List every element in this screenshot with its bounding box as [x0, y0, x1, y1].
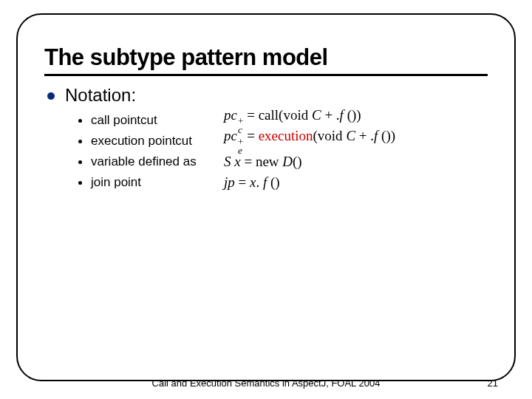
rhs: (void: [313, 128, 347, 143]
item-formula: jp = x. f (): [224, 174, 280, 191]
op-name: call: [259, 107, 279, 123]
section-label: Notation:: [65, 85, 136, 106]
sym-base: pc: [224, 128, 237, 143]
section-notation: Notation:: [47, 85, 488, 106]
slide-footer: Call and Execution Semantics in AspectJ,…: [0, 378, 532, 389]
jp-mid: =: [235, 174, 250, 190]
var-mid: = new: [241, 154, 283, 169]
dot-icon: [78, 160, 82, 164]
dot-icon: [78, 140, 82, 143]
item-label: execution pointcut: [91, 134, 224, 149]
bullet-icon: [47, 92, 55, 100]
slide-title: The subtype pattern model: [44, 44, 488, 76]
rhs-i: C: [346, 128, 355, 143]
list-item: join point jp = x. f (): [78, 172, 488, 193]
page-number: 21: [488, 378, 498, 389]
dot-icon: [78, 181, 82, 185]
rhs3: ()): [344, 107, 361, 123]
supsub: +e: [238, 137, 244, 155]
rhs-i: C: [312, 107, 321, 123]
item-label: call pointcut: [91, 113, 224, 128]
jp-lhs: jp: [224, 174, 235, 190]
jp-tail: (): [267, 174, 279, 190]
jp-dot: .: [256, 174, 263, 190]
var-lhs: S x: [224, 154, 241, 169]
op-name: execution: [259, 128, 313, 143]
item-label: join point: [91, 175, 224, 190]
var-rhs: D: [282, 154, 293, 169]
var-tail: (): [293, 154, 302, 169]
list-item: variable defined as S x = new D(): [78, 151, 488, 172]
rhs: (void: [279, 107, 312, 123]
sym-base: pc: [224, 107, 237, 123]
slide-frame: The subtype pattern model Notation: call…: [16, 13, 516, 381]
rhs2: + .: [355, 128, 374, 143]
item-formula: pc+e = execution(void C + .f ()): [224, 128, 395, 155]
rhs3: ()): [378, 128, 395, 143]
item-label: variable defined as: [91, 154, 224, 169]
list-item: execution pointcut pc+e = execution(void…: [78, 131, 488, 151]
notation-list: call pointcut pc+c = call(void C + .f ()…: [78, 110, 488, 193]
rhs2: + .: [321, 107, 340, 123]
item-formula: S x = new D(): [224, 154, 302, 170]
dot-icon: [78, 119, 82, 123]
